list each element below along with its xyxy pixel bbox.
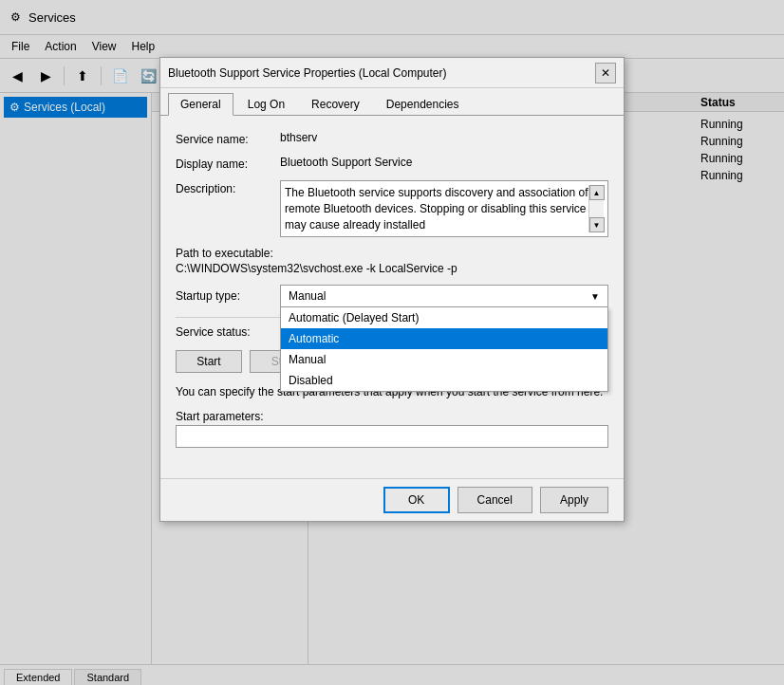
- service-status-label: Service status:: [176, 325, 280, 339]
- service-name-value: bthserv: [280, 131, 608, 144]
- tab-recovery[interactable]: Recovery: [299, 93, 372, 116]
- startup-type-row: Startup type: Manual ▼ Automatic (Delaye…: [176, 285, 608, 307]
- start-params-label: Start parameters:: [176, 410, 608, 423]
- apply-button[interactable]: Apply: [540, 487, 608, 513]
- scroll-up-arrow[interactable]: ▲: [589, 185, 605, 200]
- service-name-row: Service name: bthserv: [176, 131, 608, 146]
- start-button[interactable]: Start: [176, 350, 242, 373]
- description-field[interactable]: The Bluetooth service supports discovery…: [280, 180, 608, 237]
- dropdown-option-manual[interactable]: Manual: [281, 349, 607, 370]
- dialog-title-bar: Bluetooth Support Service Properties (Lo…: [160, 58, 624, 88]
- path-label: Path to executable:: [176, 247, 608, 260]
- dialog-tabs: General Log On Recovery Dependencies: [160, 88, 624, 116]
- tab-general[interactable]: General: [168, 93, 233, 116]
- description-field-text: The Bluetooth service supports discovery…: [285, 185, 588, 232]
- dialog-title: Bluetooth Support Service Properties (Lo…: [168, 66, 446, 80]
- description-field-label: Description:: [176, 180, 280, 195]
- cancel-button[interactable]: Cancel: [457, 487, 532, 513]
- dialog-body: Service name: bthserv Display name: Blue…: [160, 116, 624, 478]
- dialog-footer: OK Cancel Apply: [160, 478, 624, 521]
- tab-logon[interactable]: Log On: [235, 93, 297, 116]
- startup-type-selected-value: Manual: [289, 289, 326, 303]
- startup-type-label: Startup type:: [176, 289, 280, 303]
- startup-type-dropdown: Automatic (Delayed Start) Automatic Manu…: [280, 307, 608, 392]
- path-row: Path to executable: C:\WINDOWS\system32\…: [176, 247, 608, 275]
- tab-dependencies[interactable]: Dependencies: [374, 93, 472, 116]
- dropdown-option-disabled[interactable]: Disabled: [281, 370, 607, 391]
- dropdown-arrow-icon: ▼: [590, 291, 600, 302]
- dropdown-option-automatic[interactable]: Automatic: [281, 328, 607, 349]
- start-params-row: Start parameters:: [176, 410, 608, 448]
- service-name-label: Service name:: [176, 131, 280, 146]
- dropdown-option-delayed[interactable]: Automatic (Delayed Start): [281, 307, 607, 328]
- path-value: C:\WINDOWS\system32\svchost.exe -k Local…: [176, 262, 608, 275]
- dialog-close-button[interactable]: ✕: [595, 63, 616, 83]
- startup-type-select[interactable]: Manual ▼: [280, 285, 608, 307]
- dialog-overlay: Bluetooth Support Service Properties (Lo…: [0, 0, 784, 685]
- description-field-container: The Bluetooth service supports discovery…: [280, 180, 608, 237]
- display-name-row: Display name: Bluetooth Support Service: [176, 156, 608, 171]
- scroll-down-arrow[interactable]: ▼: [589, 217, 605, 232]
- startup-type-container: Manual ▼ Automatic (Delayed Start) Autom…: [280, 285, 608, 307]
- description-scrollbar: ▲ ▼: [588, 185, 604, 232]
- properties-dialog: Bluetooth Support Service Properties (Lo…: [159, 57, 625, 522]
- start-params-input[interactable]: [176, 425, 608, 448]
- display-name-value: Bluetooth Support Service: [280, 156, 608, 169]
- ok-button[interactable]: OK: [383, 487, 450, 513]
- description-row: Description: The Bluetooth service suppo…: [176, 180, 608, 237]
- display-name-label: Display name:: [176, 156, 280, 171]
